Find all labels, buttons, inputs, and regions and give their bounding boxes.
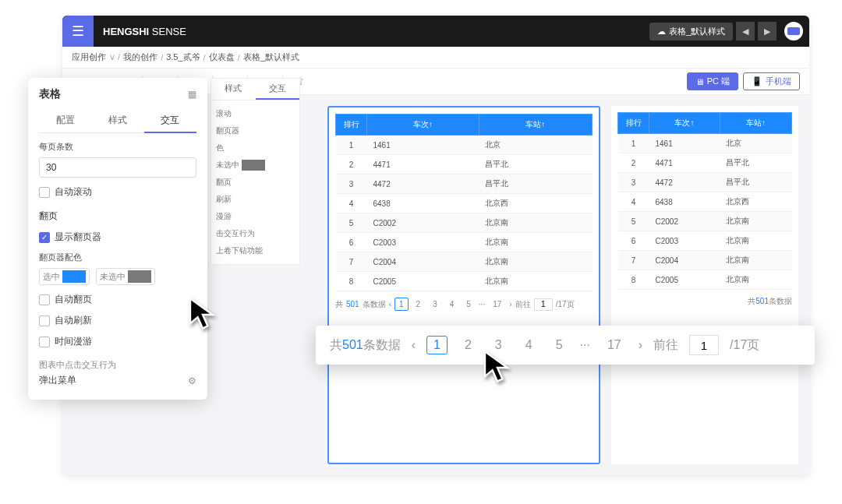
bg-row: 击交互行为 [216, 225, 295, 242]
page-5[interactable]: 5 [462, 298, 476, 311]
table-row[interactable]: 7C2004北京南 [336, 252, 593, 272]
col-station[interactable]: 车站↑ [479, 115, 592, 136]
crumb-4[interactable]: 表格_默认样式 [243, 51, 299, 63]
pager-colors-label: 翻页器配色 [39, 252, 196, 263]
gear-icon[interactable]: ⚙ [188, 375, 196, 386]
table-row[interactable]: 11461北京 [336, 136, 593, 155]
col-rank[interactable]: 排行 [336, 115, 367, 136]
small-summary: 共501条数据 [617, 296, 792, 307]
auto-scroll-label: 自动滚动 [55, 185, 92, 199]
device-pc-button[interactable]: 🖥 PC 端 [687, 72, 738, 90]
nav-next-button[interactable]: ▶ [758, 22, 777, 41]
topbar-right: ☁ 表格_默认样式 ◀ ▶ [649, 22, 809, 41]
page-last[interactable]: 17 [488, 298, 506, 311]
goto-input[interactable] [534, 298, 553, 311]
table-card-selected[interactable]: 排行 车次↑ 车站↑ 11461北京24471昌平北34472昌平北46438北… [327, 106, 600, 464]
unselected-color-chip[interactable]: 未选中 [96, 268, 155, 285]
big-total: 共501条数据 [330, 337, 401, 354]
crumb-1[interactable]: 我的创作 [123, 51, 157, 63]
bg-row: 上卷下钻功能 [216, 242, 295, 259]
auto-page-checkbox[interactable] [39, 294, 50, 305]
page-1[interactable]: 1 [394, 298, 409, 311]
breadcrumb: 应用创作 ∨ / 我的创作/ 3.5_贰爷/ 仪表盘/ 表格_默认样式 [62, 47, 809, 69]
crumb-2[interactable]: 3.5_贰爷 [166, 51, 200, 63]
auto-refresh-checkbox[interactable] [39, 315, 50, 326]
big-page-3[interactable]: 3 [489, 337, 508, 354]
tab-config[interactable]: 配置 [39, 109, 91, 132]
big-page-2[interactable]: 2 [458, 337, 478, 354]
page-2[interactable]: 2 [412, 298, 426, 311]
mobile-icon: 📱 [752, 76, 762, 86]
table-row[interactable]: 8C2005北京南 [336, 272, 593, 291]
time-roam-label: 时间漫游 [55, 335, 92, 348]
table-row[interactable]: 5C2002北京南 [618, 212, 792, 231]
show-pager-checkbox[interactable]: ✓ [39, 232, 50, 243]
menu-icon: ☰ [72, 23, 84, 40]
tab-style[interactable]: 样式 [91, 109, 143, 132]
per-page-input[interactable] [39, 157, 196, 178]
table-row[interactable]: 7C2004北京南 [618, 251, 792, 270]
user-avatar[interactable] [784, 22, 803, 41]
table-row[interactable]: 34472昌平北 [336, 174, 593, 194]
col-station-2[interactable]: 车站↑ [720, 113, 791, 134]
topbar: ☰ HENGSHI SENSE ☁ 表格_默认样式 ◀ ▶ [62, 16, 809, 47]
table-row[interactable]: 8C2005北京南 [618, 270, 792, 290]
main-menu-button[interactable]: ☰ [62, 16, 94, 47]
time-roam-checkbox[interactable] [39, 337, 50, 347]
show-pager-label: 显示翻页器 [55, 231, 101, 244]
paging-section: 翻页 [39, 210, 196, 223]
bg-row: 漫游 [216, 208, 295, 225]
table-row[interactable]: 46438北京西 [618, 192, 792, 212]
col-rank-2[interactable]: 排行 [618, 113, 649, 134]
next-icon[interactable]: › [509, 300, 511, 308]
bg-row: 未选中 [216, 157, 295, 174]
auto-scroll-checkbox[interactable] [39, 187, 50, 198]
tab-interact[interactable]: 交互 [144, 109, 196, 133]
table-row[interactable]: 24471昌平北 [336, 155, 593, 174]
bg-tab-style[interactable]: 样式 [211, 79, 256, 100]
bg-tab-interact[interactable]: 交互 [256, 79, 300, 100]
cloud-icon: ☁ [657, 26, 666, 37]
panel-chart-type-icon[interactable]: ▦ [188, 89, 196, 100]
big-pager-overlay: 共501条数据 ‹ 1 2 3 4 5 ··· 17 › 前往 /17页 [316, 326, 815, 365]
per-page-label: 每页条数 [39, 141, 196, 153]
auto-refresh-label: 自动刷新 [55, 314, 92, 327]
title-chip[interactable]: ☁ 表格_默认样式 [649, 23, 733, 41]
big-page-5[interactable]: 5 [550, 337, 569, 354]
col-train-2[interactable]: 车次↑ [649, 113, 720, 134]
col-train[interactable]: 车次↑ [367, 115, 479, 136]
big-page-last[interactable]: 17 [601, 337, 628, 354]
nav-prev-button[interactable]: ◀ [736, 22, 755, 41]
big-goto-input[interactable] [689, 335, 719, 355]
data-table-2: 排行 车次↑ 车站↑ 11461北京24471昌平北34472昌平北46438北… [617, 112, 792, 290]
table-row[interactable]: 46438北京西 [336, 194, 593, 213]
page-4[interactable]: 4 [445, 298, 459, 311]
bg-row: 刷新 [216, 191, 295, 208]
device-mobile-button[interactable]: 📱 手机端 [743, 72, 800, 90]
mobile-label: 手机端 [766, 76, 791, 87]
selected-color-chip[interactable]: 选中 [39, 268, 90, 285]
table-row[interactable]: 24471昌平北 [618, 153, 792, 173]
bg-row: 翻页 [216, 174, 295, 191]
table-row[interactable]: 6C2003北京南 [618, 231, 792, 251]
prev-icon[interactable]: ‹ [389, 300, 391, 308]
popup-menu-label: 弹出菜单 [39, 374, 76, 387]
bg-row: 滚动 [216, 105, 295, 122]
page-3[interactable]: 3 [428, 298, 442, 311]
data-table-1: 排行 车次↑ 车站↑ 11461北京24471昌平北34472昌平北46438北… [335, 114, 593, 291]
big-next[interactable]: › [639, 338, 642, 352]
crumb-0[interactable]: 应用创作 [72, 51, 106, 63]
table-row[interactable]: 5C2002北京南 [336, 213, 593, 233]
big-page-1[interactable]: 1 [426, 336, 448, 354]
table-row[interactable]: 34472昌平北 [618, 173, 792, 192]
big-prev[interactable]: ‹ [412, 338, 416, 352]
big-page-4[interactable]: 4 [519, 337, 539, 354]
table-row[interactable]: 6C2003北京南 [336, 233, 593, 252]
click-behavior-label: 图表中点击交互行为 [39, 359, 196, 371]
crumb-3[interactable]: 仪表盘 [209, 51, 235, 63]
table-card-2[interactable]: 排行 车次↑ 车站↑ 11461北京24471昌平北34472昌平北46438北… [611, 106, 798, 464]
brand-bold: HENGSHI [103, 26, 149, 37]
brand-light: SENSE [152, 26, 186, 37]
table-row[interactable]: 11461北京 [618, 134, 792, 153]
config-panel: 表格 ▦ 配置 样式 交互 每页条数 自动滚动 翻页 ✓ 显示翻页器 翻页器配色… [28, 78, 207, 400]
